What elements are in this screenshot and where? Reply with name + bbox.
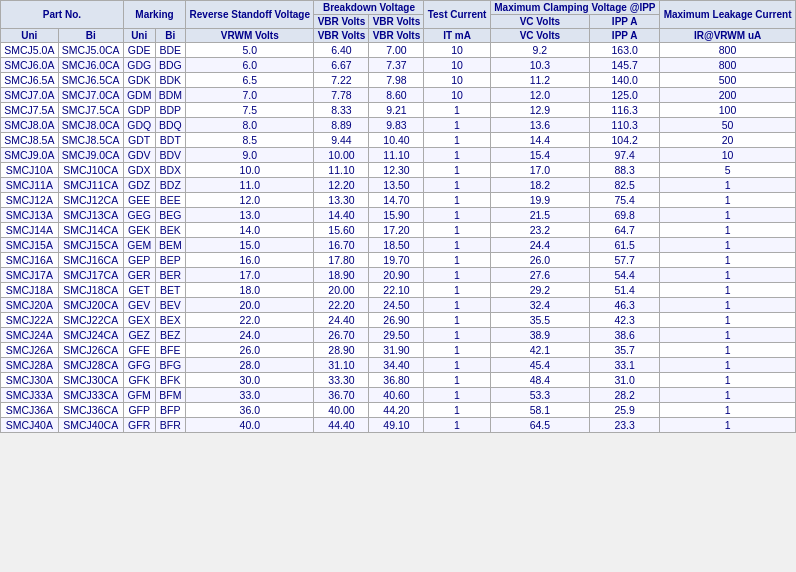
table-cell: SMCJ22CA <box>58 313 123 328</box>
table-cell: 40.60 <box>369 388 424 403</box>
table-cell: 15.60 <box>314 223 369 238</box>
table-cell: 13.50 <box>369 178 424 193</box>
table-cell: SMCJ11CA <box>58 178 123 193</box>
table-cell: 12.0 <box>186 193 314 208</box>
table-cell: SMCJ17A <box>1 268 59 283</box>
table-cell: BFR <box>155 418 186 433</box>
table-row: SMCJ20ASMCJ20CAGEVBEV20.022.2024.50132.4… <box>1 298 796 313</box>
table-cell: 36.80 <box>369 373 424 388</box>
table-row: SMCJ5.0ASMCJ5.0CAGDEBDE5.06.407.00109.21… <box>1 43 796 58</box>
table-cell: 8.60 <box>369 88 424 103</box>
table-cell: 24.40 <box>314 313 369 328</box>
table-cell: 1 <box>424 343 490 358</box>
table-cell: BDG <box>155 58 186 73</box>
table-cell: 1 <box>660 223 796 238</box>
table-cell: SMCJ12A <box>1 193 59 208</box>
table-cell: 69.8 <box>590 208 660 223</box>
ir-vrwm-ua-header: IR@VRWM uA <box>660 29 796 43</box>
reverse-standoff-header: Reverse Standoff Voltage <box>186 1 314 29</box>
table-cell: 88.3 <box>590 163 660 178</box>
table-cell: GDQ <box>123 118 155 133</box>
table-cell: 6.5 <box>186 73 314 88</box>
table-cell: 21.5 <box>490 208 590 223</box>
table-cell: 24.0 <box>186 328 314 343</box>
table-cell: SMCJ15A <box>1 238 59 253</box>
table-cell: 29.2 <box>490 283 590 298</box>
table-cell: 1 <box>660 358 796 373</box>
main-container: Part No. Marking Reverse Standoff Voltag… <box>0 0 796 433</box>
table-cell: 44.40 <box>314 418 369 433</box>
table-cell: 33.30 <box>314 373 369 388</box>
table-cell: SMCJ33CA <box>58 388 123 403</box>
table-cell: SMCJ7.5A <box>1 103 59 118</box>
table-cell: 16.0 <box>186 253 314 268</box>
table-cell: SMCJ28A <box>1 358 59 373</box>
table-cell: SMCJ20CA <box>58 298 123 313</box>
table-cell: 35.5 <box>490 313 590 328</box>
table-cell: 1 <box>424 313 490 328</box>
table-cell: 1 <box>424 358 490 373</box>
table-cell: 13.0 <box>186 208 314 223</box>
table-cell: 9.2 <box>490 43 590 58</box>
table-cell: 20.90 <box>369 268 424 283</box>
table-cell: BER <box>155 268 186 283</box>
table-cell: 9.0 <box>186 148 314 163</box>
table-cell: 125.0 <box>590 88 660 103</box>
table-cell: GFG <box>123 358 155 373</box>
table-cell: 40.00 <box>314 403 369 418</box>
table-cell: 13.30 <box>314 193 369 208</box>
table-cell: 800 <box>660 58 796 73</box>
table-cell: SMCJ11A <box>1 178 59 193</box>
table-cell: 7.00 <box>369 43 424 58</box>
table-cell: GDX <box>123 163 155 178</box>
table-cell: 200 <box>660 88 796 103</box>
table-cell: SMCJ26A <box>1 343 59 358</box>
table-cell: 58.1 <box>490 403 590 418</box>
table-cell: 116.3 <box>590 103 660 118</box>
table-cell: 1 <box>424 178 490 193</box>
table-cell: 1 <box>660 283 796 298</box>
table-cell: 1 <box>424 328 490 343</box>
table-cell: 8.5 <box>186 133 314 148</box>
table-cell: 31.10 <box>314 358 369 373</box>
table-cell: SMCJ7.0A <box>1 88 59 103</box>
table-row: SMCJ14ASMCJ14CAGEKBEK14.015.6017.20123.2… <box>1 223 796 238</box>
table-cell: 7.22 <box>314 73 369 88</box>
table-cell: 6.40 <box>314 43 369 58</box>
table-cell: 10.0 <box>186 163 314 178</box>
table-cell: 38.6 <box>590 328 660 343</box>
table-cell: GEK <box>123 223 155 238</box>
table-row: SMCJ13ASMCJ13CAGEGBEG13.014.4015.90121.5… <box>1 208 796 223</box>
bi-mark-header: Bi <box>155 29 186 43</box>
table-cell: 10.3 <box>490 58 590 73</box>
table-cell: BEM <box>155 238 186 253</box>
table-cell: BDP <box>155 103 186 118</box>
table-cell: SMCJ14CA <box>58 223 123 238</box>
table-cell: BFK <box>155 373 186 388</box>
table-cell: SMCJ6.0CA <box>58 58 123 73</box>
table-cell: GFR <box>123 418 155 433</box>
table-cell: SMCJ5.0A <box>1 43 59 58</box>
table-cell: BEV <box>155 298 186 313</box>
table-cell: GDK <box>123 73 155 88</box>
table-cell: GDE <box>123 43 155 58</box>
table-cell: 1 <box>660 418 796 433</box>
max-leakage-header: Maximum Leakage Current <box>660 1 796 29</box>
table-cell: 6.67 <box>314 58 369 73</box>
table-cell: 15.4 <box>490 148 590 163</box>
table-cell: 100 <box>660 103 796 118</box>
table-cell: GEE <box>123 193 155 208</box>
table-cell: 7.78 <box>314 88 369 103</box>
table-cell: 163.0 <box>590 43 660 58</box>
table-cell: BEX <box>155 313 186 328</box>
table-cell: GEX <box>123 313 155 328</box>
table-cell: 33.1 <box>590 358 660 373</box>
table-row: SMCJ30ASMCJ30CAGFKBFK30.033.3036.80148.4… <box>1 373 796 388</box>
table-cell: 18.90 <box>314 268 369 283</box>
table-cell: 32.4 <box>490 298 590 313</box>
table-cell: 22.20 <box>314 298 369 313</box>
table-cell: 8.89 <box>314 118 369 133</box>
table-cell: 1 <box>424 268 490 283</box>
table-cell: 49.10 <box>369 418 424 433</box>
table-cell: SMCJ40A <box>1 418 59 433</box>
